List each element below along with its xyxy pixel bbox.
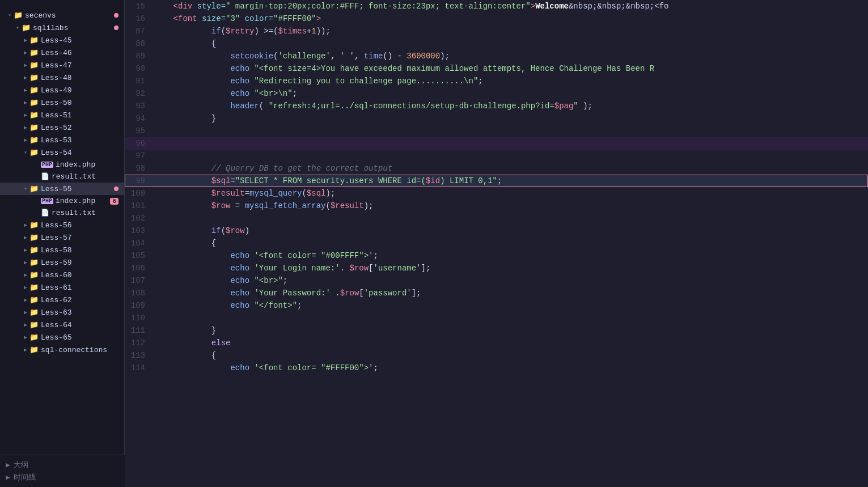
item-label: Less-46 <box>41 49 118 57</box>
sidebar-item-less-61[interactable]: ▶ 📁 Less-61 <box>0 281 124 294</box>
item-label: index.php <box>56 197 108 205</box>
sidebar-item-less-58[interactable]: ▶ 📁 Less-58 <box>0 244 124 256</box>
line-number: 109 <box>125 299 154 312</box>
code-editor[interactable]: 15 <div style=" margin-top:20px;color:#F… <box>125 0 868 487</box>
code-line-100[interactable]: 100 $result=mysql_query($sql); <box>125 187 868 200</box>
line-content: echo '<font color= "#00FFFF">'; <box>154 249 868 262</box>
code-line-87[interactable]: 87 if($retry) >=($times+1)); <box>125 25 868 37</box>
line-number: 94 <box>125 112 154 125</box>
sidebar-item-less-47[interactable]: ▶ 📁 Less-47 <box>0 59 124 71</box>
sidebar-item-less-64[interactable]: ▶ 📁 Less-64 <box>0 319 124 331</box>
code-line-96[interactable]: 96 <box>125 137 868 150</box>
badge: 6 <box>110 198 118 205</box>
code-line-95[interactable]: 95 <box>125 125 868 137</box>
sidebar-item-less-65[interactable]: ▶ 📁 Less-65 <box>0 331 124 344</box>
line-content: if($row) <box>154 225 868 237</box>
code-line-97[interactable]: 97 <box>125 150 868 162</box>
sidebar-item-less-49[interactable]: ▶ 📁 Less-49 <box>0 84 124 96</box>
arrow-icon: ▶ <box>24 112 27 118</box>
sidebar-item-less-62[interactable]: ▶ 📁 Less-62 <box>0 294 124 306</box>
code-line-102[interactable]: 102 <box>125 212 868 225</box>
code-line-114[interactable]: 114 echo '<font color= "#FFFF00">'; <box>125 362 868 374</box>
line-content: // Querry DB to get the correct output <box>154 162 868 175</box>
folder-icon: 📁 <box>29 111 39 120</box>
sidebar-item-less-55-index[interactable]: PHP index.php6 <box>0 195 124 207</box>
item-label: Less-45 <box>41 36 118 45</box>
code-line-106[interactable]: 106 echo 'Your Login name:'. $row['usern… <box>125 262 868 274</box>
line-content: echo "</font>"; <box>154 299 868 312</box>
line-number: 110 <box>125 312 154 324</box>
line-content: setcookie('challenge', ' ', time() - 360… <box>154 50 868 62</box>
item-label: Less-50 <box>41 99 118 107</box>
code-line-88[interactable]: 88 { <box>125 37 868 50</box>
line-number: 92 <box>125 87 154 100</box>
line-number: 104 <box>125 237 154 249</box>
code-line-98[interactable]: 98 // Querry DB to get the correct outpu… <box>125 162 868 175</box>
arrow-icon: ▶ <box>24 346 27 353</box>
sidebar-item-less-54[interactable]: ▾ 📁 Less-54 <box>0 146 124 159</box>
sidebar-item-less-54-index[interactable]: PHP index.php <box>0 159 124 171</box>
sidebar-item-less-57[interactable]: ▶ 📁 Less-57 <box>0 231 124 244</box>
sidebar-item-less-53[interactable]: ▶ 📁 Less-53 <box>0 134 124 146</box>
folder-icon: 📁 <box>29 283 39 292</box>
code-line-15[interactable]: 15 <div style=" margin-top:20px;color:#F… <box>125 0 868 12</box>
sidebar-item-less-48[interactable]: ▶ 📁 Less-48 <box>0 71 124 84</box>
code-line-111[interactable]: 111 } <box>125 324 868 337</box>
arrow-icon: ▶ <box>24 37 27 44</box>
arrow-icon: ▶ <box>24 137 27 143</box>
line-number: 89 <box>125 50 154 62</box>
line-number: 16 <box>125 12 154 25</box>
code-line-92[interactable]: 92 echo "<br>\n"; <box>125 87 868 100</box>
sidebar-item-less-50[interactable]: ▶ 📁 Less-50 <box>0 96 124 109</box>
sidebar-item-less-55-result[interactable]: 📄 result.txt <box>0 207 124 219</box>
code-line-90[interactable]: 90 echo "<font size=4>You have exceeded … <box>125 62 868 75</box>
code-line-94[interactable]: 94 } <box>125 112 868 125</box>
code-line-89[interactable]: 89 setcookie('challenge', ' ', time() - … <box>125 50 868 62</box>
code-line-99[interactable]: 99 $sql="SELECT * FROM security.users WH… <box>125 175 868 187</box>
line-number: 91 <box>125 75 154 87</box>
sidebar-item-secenvs[interactable]: ▾ 📁 secenvs <box>0 9 124 22</box>
code-line-16[interactable]: 16 <font size="3" color="#FFFF00"> <box>125 12 868 25</box>
code-line-107[interactable]: 107 echo "<br>"; <box>125 274 868 287</box>
sidebar-item-less-52[interactable]: ▶ 📁 Less-52 <box>0 121 124 134</box>
folder-icon: 📁 <box>14 11 23 20</box>
modified-dot <box>114 187 118 191</box>
sidebar-item-sqlilabs[interactable]: ▾ 📁 sqlilabs <box>0 22 124 34</box>
arrow-icon: ▶ <box>24 334 27 341</box>
item-label: Less-57 <box>41 234 118 242</box>
line-content: <font size="3" color="#FFFF00"> <box>154 12 868 25</box>
folder-icon: 📁 <box>29 135 39 145</box>
code-line-109[interactable]: 109 echo "</font>"; <box>125 299 868 312</box>
line-number: 97 <box>125 150 154 162</box>
item-label: secenvs <box>25 11 112 20</box>
sidebar-item-less-51[interactable]: ▶ 📁 Less-51 <box>0 109 124 121</box>
php-icon: PHP <box>41 198 53 204</box>
line-number: 107 <box>125 274 154 287</box>
item-label: Less-47 <box>41 61 118 70</box>
sidebar-item-less-46[interactable]: ▶ 📁 Less-46 <box>0 46 124 59</box>
code-line-101[interactable]: 101 $row = mysql_fetch_array($result); <box>125 200 868 212</box>
sidebar-timeline[interactable]: ▶ 时间线 <box>6 471 119 484</box>
sidebar-outline[interactable]: ▶ 大纲 <box>6 459 119 471</box>
item-label: Less-63 <box>41 308 118 317</box>
code-line-91[interactable]: 91 echo "Redirecting you to challenge pa… <box>125 75 868 87</box>
sidebar-item-less-59[interactable]: ▶ 📁 Less-59 <box>0 256 124 269</box>
sidebar-item-sql-connections[interactable]: ▶ 📁 sql-connections <box>0 344 124 356</box>
sidebar-item-less-56[interactable]: ▶ 📁 Less-56 <box>0 219 124 231</box>
code-line-108[interactable]: 108 echo 'Your Password:' .$row['passwor… <box>125 287 868 299</box>
code-line-104[interactable]: 104 { <box>125 237 868 249</box>
code-line-113[interactable]: 113 { <box>125 349 868 362</box>
sidebar-item-less-60[interactable]: ▶ 📁 Less-60 <box>0 269 124 281</box>
code-line-103[interactable]: 103 if($row) <box>125 225 868 237</box>
sidebar-item-less-63[interactable]: ▶ 📁 Less-63 <box>0 306 124 319</box>
code-line-93[interactable]: 93 header( "refresh:4;url=../sql-connect… <box>125 100 868 112</box>
line-content: <div style=" margin-top:20px;color:#FFF;… <box>154 0 868 12</box>
arrow-icon: ▶ <box>24 124 27 131</box>
sidebar-item-less-55[interactable]: ▾ 📁 Less-55 <box>0 183 124 195</box>
sidebar-item-less-45[interactable]: ▶ 📁 Less-45 <box>0 34 124 46</box>
code-line-112[interactable]: 112 else <box>125 337 868 349</box>
line-content: echo "<br>\n"; <box>154 87 868 100</box>
code-line-105[interactable]: 105 echo '<font color= "#00FFFF">'; <box>125 249 868 262</box>
sidebar-item-less-54-result[interactable]: 📄 result.txt <box>0 171 124 183</box>
code-line-110[interactable]: 110 <box>125 312 868 324</box>
